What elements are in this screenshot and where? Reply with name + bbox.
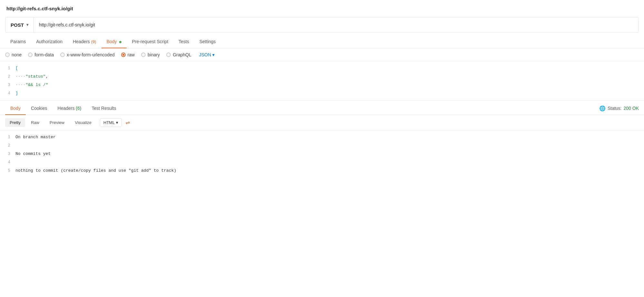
globe-icon: 🌐 bbox=[599, 105, 606, 111]
response-tab-test-results[interactable]: Test Results bbox=[86, 102, 121, 115]
chevron-down-icon: ▾ bbox=[26, 23, 28, 27]
method-label: POST bbox=[11, 22, 24, 28]
response-body: 1 On branch master 2 3 No commits yet 4 … bbox=[0, 130, 644, 177]
radio-graphql bbox=[166, 53, 171, 57]
body-type-raw[interactable]: raw bbox=[121, 52, 135, 57]
wrap-text-icon[interactable]: ⇌ bbox=[126, 120, 130, 126]
body-type-binary[interactable]: binary bbox=[141, 52, 160, 57]
response-line-5: 5 nothing to commit (create/copy files a… bbox=[0, 167, 644, 175]
status-value: 200 OK bbox=[624, 106, 639, 111]
code-line-2: 2 ····"status", bbox=[0, 72, 644, 81]
tab-tests[interactable]: Tests bbox=[173, 35, 194, 48]
method-selector[interactable]: POST ▾ bbox=[5, 17, 34, 32]
page-title-bar: http://git-refs.c.ctf-snyk.io/git bbox=[0, 0, 644, 14]
tab-headers[interactable]: Headers (9) bbox=[68, 35, 101, 48]
format-raw-button[interactable]: Raw bbox=[26, 118, 44, 127]
radio-none bbox=[5, 53, 10, 57]
format-preview-button[interactable]: Preview bbox=[45, 118, 69, 127]
body-type-graphql[interactable]: GraphQL bbox=[166, 52, 191, 57]
radio-binary bbox=[141, 53, 146, 57]
line-number: 5 bbox=[0, 167, 15, 174]
format-pretty-button[interactable]: Pretty bbox=[5, 118, 25, 127]
body-type-none[interactable]: none bbox=[5, 52, 22, 57]
line-number: 3 bbox=[0, 81, 15, 89]
format-visualize-button[interactable]: Visualize bbox=[70, 118, 96, 127]
json-type-selector[interactable]: JSON ▾ bbox=[199, 52, 215, 57]
response-line-2: 2 bbox=[0, 141, 644, 150]
tab-authorization[interactable]: Authorization bbox=[31, 35, 68, 48]
tab-pre-request-script[interactable]: Pre-request Script bbox=[127, 35, 173, 48]
chevron-down-icon: ▾ bbox=[116, 120, 118, 125]
response-content: nothing to commit (create/copy files and… bbox=[15, 167, 644, 174]
line-number: 1 bbox=[0, 65, 15, 72]
radio-urlencoded bbox=[60, 53, 65, 57]
tab-settings[interactable]: Settings bbox=[194, 35, 221, 48]
code-line-3: 3 ····"&& ls /" bbox=[0, 81, 644, 89]
tab-body[interactable]: Body bbox=[101, 35, 127, 48]
chevron-down-icon: ▾ bbox=[212, 52, 215, 57]
response-tab-cookies[interactable]: Cookies bbox=[26, 102, 53, 115]
code-content: ····"status", bbox=[15, 73, 644, 80]
code-content: [ bbox=[15, 65, 644, 72]
response-line-3: 3 No commits yet bbox=[0, 150, 644, 158]
body-active-dot bbox=[119, 41, 121, 43]
line-number: 2 bbox=[0, 73, 15, 80]
radio-form-data bbox=[28, 53, 33, 57]
response-line-4: 4 bbox=[0, 158, 644, 167]
code-content: ····"&& ls /" bbox=[15, 81, 644, 89]
response-content: On branch master bbox=[15, 134, 644, 141]
response-tab-body[interactable]: Body bbox=[5, 102, 26, 115]
response-tabs: Body Cookies Headers (6) Test Results 🌐 … bbox=[0, 102, 644, 115]
code-line-4: 4 ] bbox=[0, 89, 644, 98]
headers-badge: (9) bbox=[91, 39, 96, 44]
request-tabs: Params Authorization Headers (9) Body Pr… bbox=[0, 35, 644, 48]
line-number: 2 bbox=[0, 142, 15, 149]
tab-params[interactable]: Params bbox=[5, 35, 31, 48]
line-number: 3 bbox=[0, 150, 15, 158]
status-indicator: 🌐 Status: 200 OK bbox=[599, 105, 639, 111]
response-headers-badge: (6) bbox=[76, 106, 81, 111]
body-type-row: none form-data x-www-form-urlencoded raw… bbox=[0, 48, 644, 62]
page-url-title: http://git-refs.c.ctf-snyk.io/git bbox=[6, 6, 73, 11]
body-type-urlencoded[interactable]: x-www-form-urlencoded bbox=[60, 52, 115, 57]
request-body-editor[interactable]: 1 [ 2 ····"status", 3 ····"&& ls /" 4 ] bbox=[0, 62, 644, 101]
response-format-row: Pretty Raw Preview Visualize HTML ▾ ⇌ bbox=[0, 115, 644, 130]
request-bar: POST ▾ bbox=[5, 17, 639, 33]
url-input[interactable] bbox=[34, 22, 639, 27]
response-line-1: 1 On branch master bbox=[0, 133, 644, 141]
response-tab-headers[interactable]: Headers (6) bbox=[53, 102, 87, 115]
response-format-type-selector[interactable]: HTML ▾ bbox=[100, 118, 122, 127]
code-line-1: 1 [ bbox=[0, 64, 644, 72]
response-content: No commits yet bbox=[15, 150, 644, 158]
body-type-form-data[interactable]: form-data bbox=[28, 52, 54, 57]
status-label: Status: bbox=[608, 106, 622, 111]
line-number: 4 bbox=[0, 159, 15, 166]
radio-raw bbox=[121, 53, 126, 57]
line-number: 4 bbox=[0, 90, 15, 97]
code-content: ] bbox=[15, 90, 644, 97]
line-number: 1 bbox=[0, 134, 15, 141]
